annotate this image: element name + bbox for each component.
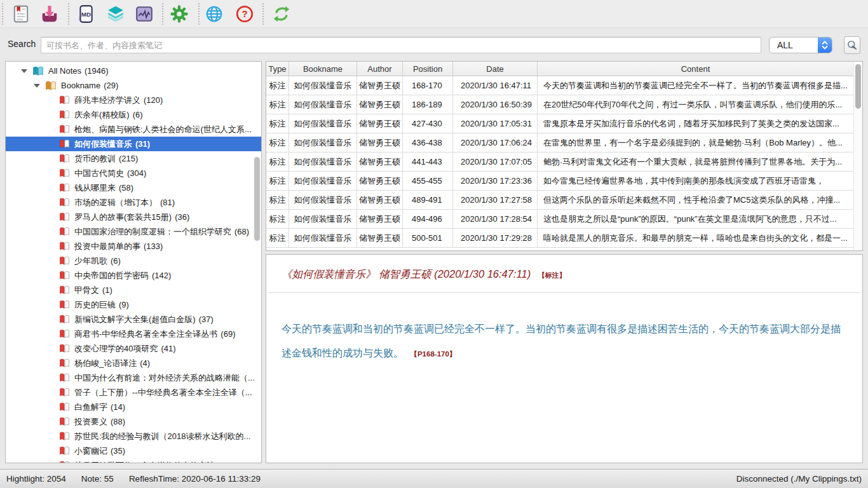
markdown-export-button[interactable]: MD bbox=[72, 1, 100, 27]
note-row[interactable]: 标注 如何假装懂音乐 储智勇王硕 168-170 2020/1/30 16:47… bbox=[266, 76, 853, 95]
layers-button[interactable] bbox=[102, 1, 130, 27]
sidebar-book-item[interactable]: 新编说文解字大全集(超值白金版) (37) bbox=[6, 312, 261, 327]
toolbar-separator bbox=[2, 3, 3, 25]
note-date: 2020/1/30 17:06:24 bbox=[453, 133, 538, 152]
filter-select[interactable]: ALL bbox=[769, 37, 832, 53]
sidebar-book-item[interactable]: 苏世民:我的经验与教训（2018读桥水达利欧的... bbox=[6, 429, 261, 444]
note-date: 2020/1/30 17:23:36 bbox=[453, 172, 538, 190]
filter-select-value: ALL bbox=[770, 40, 818, 50]
sidebar-item-all-notes[interactable]: All Notes (1946) bbox=[6, 64, 261, 78]
sidebar-book-item[interactable]: 小窗幽记 (35) bbox=[6, 444, 261, 458]
sidebar-book-item[interactable]: 钱从哪里来 (58) bbox=[6, 180, 261, 195]
search-input[interactable] bbox=[41, 37, 761, 53]
note-content: 鲍勃·马利对雷鬼文化还有一个重大贡献，就是将脏辫传播到了世界各地。关于为... bbox=[538, 152, 853, 171]
website-button[interactable] bbox=[200, 1, 228, 27]
sidebar-book-item[interactable]: 枪炮、病菌与钢铁:人类社会的命运(世纪人文系... bbox=[6, 122, 261, 137]
sidebar-book-item[interactable]: 白鱼解字 (14) bbox=[6, 400, 261, 414]
note-type: 标注 bbox=[266, 191, 289, 209]
detail-position-tag: 【P168-170】 bbox=[410, 350, 456, 358]
import-clippings-button[interactable] bbox=[36, 1, 64, 27]
sidebar-scrollbar[interactable] bbox=[253, 63, 261, 461]
column-header[interactable]: Date bbox=[453, 62, 538, 76]
search-row: Search ALL bbox=[0, 29, 868, 60]
toolbar-separator bbox=[162, 3, 163, 25]
detail-body-text: 今天的节奏蓝调和当初的节奏蓝调已经完全不一样了。当初的节奏蓝调有很多是描述困苦生… bbox=[281, 323, 841, 358]
disclosure-triangle-icon[interactable] bbox=[34, 84, 40, 88]
sidebar-book-item[interactable]: 甲骨文 (1) bbox=[6, 283, 261, 297]
book-icon bbox=[59, 358, 70, 368]
scrollbar-thumb[interactable] bbox=[855, 64, 861, 109]
note-date: 2020/1/30 16:47:11 bbox=[453, 76, 538, 95]
sidebar-book-item[interactable]: 商君书-中华经典名著全本全注全译丛书 (69) bbox=[6, 327, 261, 341]
column-header[interactable]: Content bbox=[538, 62, 853, 76]
note-row[interactable]: 标注 如何假装懂音乐 储智勇王硕 500-501 2020/1/30 17:29… bbox=[266, 229, 853, 248]
book-icon bbox=[59, 212, 70, 222]
sidebar-book-item[interactable]: 管子（上下册）--中华经典名著全本全注全译（... bbox=[6, 385, 261, 400]
detail-title: 《如何假装懂音乐》 储智勇王硕 (2020/1/30 16:47:11) bbox=[281, 268, 531, 280]
sidebar-book-item[interactable]: 杨伯峻_论语译注 (4) bbox=[6, 356, 261, 370]
note-date: 2020/1/30 16:50:39 bbox=[453, 95, 538, 114]
sidebar-book-item[interactable]: 中国国家治理的制度逻辑：一个组织学研究 (68) bbox=[6, 224, 261, 239]
book-count: (6) bbox=[111, 256, 121, 266]
scrollbar-thumb[interactable] bbox=[254, 157, 260, 241]
sidebar-item-bookname[interactable]: Bookname (29) bbox=[6, 78, 261, 93]
sidebar-book-item[interactable]: 从零开始学写作：个人增值的有效方法 (6) bbox=[6, 458, 261, 463]
column-header[interactable]: Bookname bbox=[289, 62, 357, 76]
globe-icon bbox=[205, 4, 224, 24]
disclosure-triangle-icon[interactable] bbox=[21, 69, 27, 73]
note-type: 标注 bbox=[266, 152, 289, 171]
note-bookname: 如何假装懂音乐 bbox=[289, 95, 357, 114]
sidebar-book-item[interactable]: 少年凯歌 (6) bbox=[6, 254, 261, 268]
note-row[interactable]: 标注 如何假装懂音乐 储智勇王硕 455-455 2020/1/30 17:23… bbox=[266, 172, 853, 191]
sidebar-book-item[interactable]: 货币的教训 (215) bbox=[6, 151, 261, 166]
column-header[interactable]: Author bbox=[357, 62, 403, 76]
book-count: (88) bbox=[111, 417, 125, 426]
note-row[interactable]: 标注 如何假装懂音乐 储智勇王硕 436-438 2020/1/30 17:06… bbox=[266, 133, 853, 152]
sidebar-book-item[interactable]: 历史的巨镜 (9) bbox=[6, 297, 261, 312]
note-bookname: 如何假装懂音乐 bbox=[289, 229, 357, 247]
statistics-chart-button[interactable] bbox=[130, 1, 158, 27]
sidebar-book-item[interactable]: 投资要义 (88) bbox=[6, 414, 261, 429]
sidebar-book-item[interactable]: 中央帝国的哲学密码 (142) bbox=[6, 268, 261, 283]
note-author: 储智勇王硕 bbox=[357, 114, 403, 133]
sidebar-book-item[interactable]: 庆余年(精校版) (6) bbox=[6, 107, 261, 122]
book-icon bbox=[59, 285, 70, 295]
note-row[interactable]: 标注 如何假装懂音乐 储智勇王硕 494-496 2020/1/30 17:28… bbox=[266, 210, 853, 229]
book-title: 历史的巨镜 bbox=[74, 299, 116, 311]
book-icon bbox=[59, 417, 70, 426]
help-button[interactable]: ? bbox=[231, 1, 259, 27]
note-content: 如今雷鬼已经传遍世界各地，其中传到南美的那条线演变成了西班牙语雷鬼， bbox=[538, 172, 853, 190]
note-row[interactable]: 标注 如何假装懂音乐 储智勇王硕 441-443 2020/1/30 17:07… bbox=[266, 152, 853, 172]
book-title: 中国国家治理的制度逻辑：一个组织学研究 bbox=[74, 226, 231, 238]
bookname-count: (29) bbox=[104, 81, 118, 90]
refresh-button[interactable] bbox=[268, 1, 295, 27]
note-row[interactable]: 标注 如何假装懂音乐 储智勇王硕 489-491 2020/1/30 17:27… bbox=[266, 191, 853, 210]
table-scrollbar[interactable] bbox=[853, 62, 862, 250]
book-count: (142) bbox=[152, 271, 171, 280]
note-type: 标注 bbox=[266, 95, 289, 114]
note-row[interactable]: 标注 如何假装懂音乐 储智勇王硕 427-430 2020/1/30 17:05… bbox=[266, 114, 853, 133]
column-header[interactable]: Type bbox=[266, 62, 289, 76]
table-header: TypeBooknameAuthorPositionDateContent bbox=[266, 62, 853, 76]
sidebar-book-item[interactable]: 投资中最简单的事 (133) bbox=[6, 239, 261, 254]
sidebar-book-item[interactable]: 薛兆丰经济学讲义 (120) bbox=[6, 93, 261, 107]
note-position: 500-501 bbox=[403, 229, 453, 247]
book-title: 钱从哪里来 bbox=[74, 182, 116, 194]
note-type: 标注 bbox=[266, 133, 289, 152]
notes-file-button[interactable] bbox=[7, 1, 35, 27]
sidebar-book-item[interactable]: 如何假装懂音乐 (31) bbox=[6, 137, 261, 151]
sidebar-book-item[interactable]: 市场的逻辑（增订本） (81) bbox=[6, 195, 261, 210]
sidebar-book-item[interactable]: 中国为什么有前途：对外经济关系的战略潜能（... bbox=[6, 370, 261, 385]
column-header[interactable]: Position bbox=[403, 62, 453, 76]
sidebar-book-item[interactable]: 中国古代简史 (304) bbox=[6, 166, 261, 180]
search-button[interactable] bbox=[844, 36, 860, 54]
sidebar-book-item[interactable]: 罗马人的故事(套装共15册) (36) bbox=[6, 210, 261, 224]
note-bookname: 如何假装懂音乐 bbox=[289, 133, 357, 152]
note-date: 2020/1/30 17:29:28 bbox=[453, 229, 538, 247]
detail-body: 今天的节奏蓝调和当初的节奏蓝调已经完全不一样了。当初的节奏蓝调有很多是描述困苦生… bbox=[281, 317, 846, 366]
sidebar-book-item[interactable]: 改变心理学的40项研究 (41) bbox=[6, 341, 261, 356]
note-row[interactable]: 标注 如何假装懂音乐 储智勇王硕 186-189 2020/1/30 16:50… bbox=[266, 95, 853, 114]
settings-button[interactable] bbox=[165, 1, 193, 27]
refresh-icon bbox=[272, 4, 291, 24]
note-bookname: 如何假装懂音乐 bbox=[289, 191, 357, 209]
